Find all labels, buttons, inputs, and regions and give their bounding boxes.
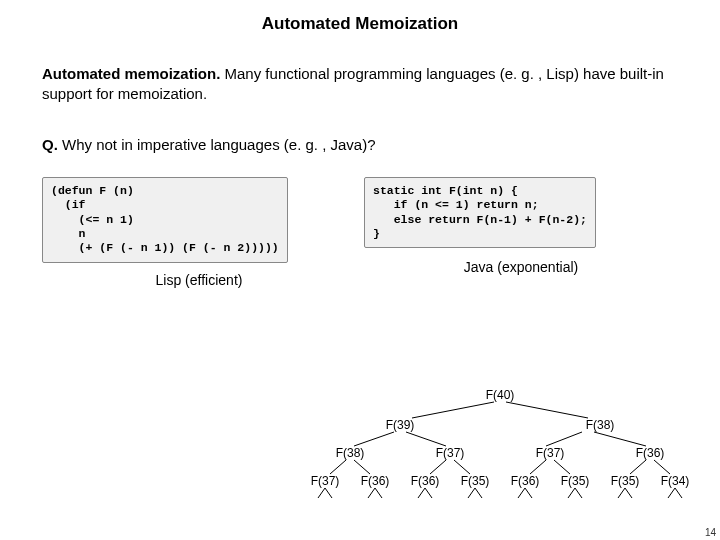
tree-node-l4-5: F(35)	[561, 474, 590, 488]
tree-node-l4-6: F(35)	[611, 474, 640, 488]
lisp-code-box: (defun F (n) (if (<= n 1) n (+ (F (- n 1…	[42, 177, 288, 263]
svg-line-2	[354, 432, 394, 446]
svg-line-12	[630, 460, 646, 474]
tree-node-l4-2: F(36)	[411, 474, 440, 488]
question-label: Q.	[42, 136, 58, 153]
svg-line-4	[546, 432, 582, 446]
paragraph-memoization: Automated memoization. Many functional p…	[42, 64, 678, 105]
svg-line-26	[618, 488, 625, 498]
java-caption: Java (exponential)	[364, 258, 678, 277]
svg-line-7	[354, 460, 370, 474]
tree-node-l4-7: F(34)	[661, 474, 690, 488]
svg-line-18	[418, 488, 425, 498]
svg-line-17	[375, 488, 382, 498]
svg-line-5	[594, 432, 646, 446]
svg-line-1	[506, 402, 588, 418]
question-line: Q. Why not in imperative languages (e. g…	[42, 135, 678, 155]
svg-line-20	[468, 488, 475, 498]
tree-node-l3-3: F(36)	[636, 446, 665, 460]
svg-line-25	[575, 488, 582, 498]
svg-line-10	[530, 460, 546, 474]
slide-body: Automated memoization. Many functional p…	[0, 64, 720, 290]
java-column: static int F(int n) { if (n <= 1) return…	[356, 177, 678, 277]
svg-line-24	[568, 488, 575, 498]
tree-node-l4-3: F(35)	[461, 474, 490, 488]
svg-line-21	[475, 488, 482, 498]
svg-line-23	[525, 488, 532, 498]
svg-line-29	[675, 488, 682, 498]
tree-node-l4-1: F(36)	[361, 474, 390, 488]
slide-title: Automated Memoization	[0, 0, 720, 34]
svg-line-9	[454, 460, 470, 474]
java-code-box: static int F(int n) { if (n <= 1) return…	[364, 177, 596, 249]
svg-line-15	[325, 488, 332, 498]
svg-line-11	[554, 460, 570, 474]
svg-line-0	[412, 402, 494, 418]
lisp-caption: Lisp (efficient)	[42, 271, 356, 290]
tree-node-l2-1: F(38)	[586, 418, 615, 432]
tree-node-root: F(40)	[486, 388, 515, 402]
lisp-column: (defun F (n) (if (<= n 1) n (+ (F (- n 1…	[42, 177, 356, 290]
code-row: (defun F (n) (if (<= n 1) n (+ (F (- n 1…	[42, 177, 678, 290]
svg-line-22	[518, 488, 525, 498]
svg-line-19	[425, 488, 432, 498]
tree-node-l4-0: F(37)	[311, 474, 340, 488]
tree-node-l3-2: F(37)	[536, 446, 565, 460]
svg-line-6	[330, 460, 346, 474]
question-text: Why not in imperative languages (e. g. ,…	[58, 136, 376, 153]
page-number: 14	[705, 527, 716, 538]
recursion-tree: F(40) F(39) F(38) F(38) F(37) F(37) F(36…	[300, 388, 700, 518]
svg-line-27	[625, 488, 632, 498]
svg-line-3	[406, 432, 446, 446]
svg-line-13	[654, 460, 670, 474]
svg-line-8	[430, 460, 446, 474]
tree-node-l4-4: F(36)	[511, 474, 540, 488]
tree-node-l3-1: F(37)	[436, 446, 465, 460]
tree-node-l3-0: F(38)	[336, 446, 365, 460]
svg-line-16	[368, 488, 375, 498]
svg-line-14	[318, 488, 325, 498]
tree-node-l2-0: F(39)	[386, 418, 415, 432]
svg-line-28	[668, 488, 675, 498]
lead-bold: Automated memoization.	[42, 65, 220, 82]
